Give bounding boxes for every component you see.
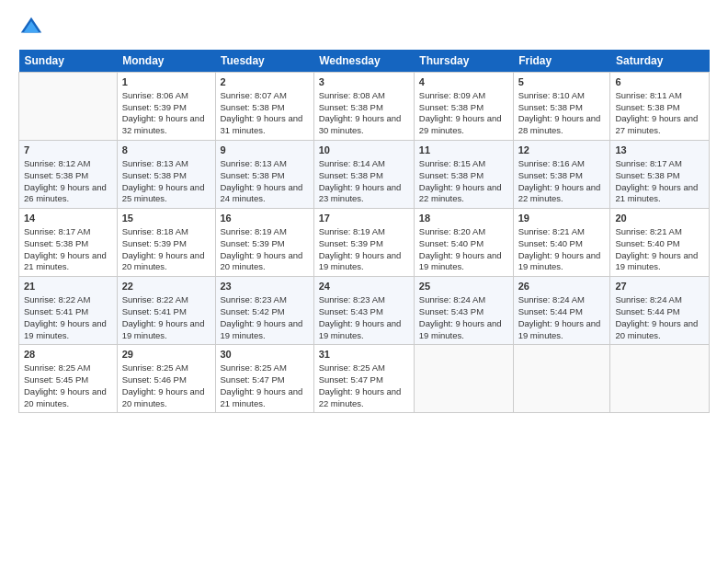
sunset-text: Sunset: 5:38 PM [221, 170, 285, 180]
day-number: 18 [419, 212, 508, 225]
sunset-text: Sunset: 5:39 PM [122, 238, 187, 248]
calendar-cell: 30Sunrise: 8:25 AMSunset: 5:47 PMDayligh… [215, 345, 313, 413]
day-number: 30 [221, 348, 309, 362]
calendar-cell: 28Sunrise: 8:25 AMSunset: 5:45 PMDayligh… [19, 345, 118, 413]
daylight-text: Daylight: 9 hours and 22 minutes. [419, 182, 502, 204]
sunset-text: Sunset: 5:38 PM [518, 102, 583, 112]
logo [18, 15, 48, 40]
sunset-text: Sunset: 5:40 PM [615, 238, 679, 248]
calendar-cell [19, 73, 118, 141]
daylight-text: Daylight: 9 hours and 19 minutes. [518, 318, 601, 340]
daylight-text: Daylight: 9 hours and 19 minutes. [319, 250, 402, 272]
sunrise-text: Sunrise: 8:18 AM [122, 226, 188, 236]
calendar-cell: 11Sunrise: 8:15 AMSunset: 5:38 PMDayligh… [414, 141, 513, 209]
sunset-text: Sunset: 5:38 PM [518, 170, 583, 180]
calendar-cell: 15Sunrise: 8:18 AMSunset: 5:39 PMDayligh… [117, 209, 215, 277]
day-number: 19 [518, 212, 606, 225]
day-number: 20 [615, 212, 704, 225]
day-number: 25 [419, 280, 508, 293]
day-number: 1 [122, 75, 210, 89]
sunrise-text: Sunrise: 8:22 AM [24, 294, 90, 304]
daylight-text: Daylight: 9 hours and 23 minutes. [319, 182, 402, 204]
day-number: 31 [319, 348, 409, 362]
day-number: 29 [122, 348, 210, 362]
sunrise-text: Sunrise: 8:12 AM [24, 158, 90, 168]
daylight-text: Daylight: 9 hours and 27 minutes. [615, 113, 698, 135]
sunrise-text: Sunrise: 8:11 AM [615, 90, 681, 100]
sunrise-text: Sunrise: 8:25 AM [319, 362, 385, 373]
day-number: 3 [319, 75, 409, 89]
day-number: 27 [615, 280, 704, 293]
daylight-text: Daylight: 9 hours and 19 minutes. [518, 250, 601, 272]
sunrise-text: Sunrise: 8:13 AM [122, 158, 188, 168]
sunset-text: Sunset: 5:45 PM [24, 374, 88, 385]
sunrise-text: Sunrise: 8:17 AM [615, 158, 681, 168]
day-number: 17 [319, 212, 409, 225]
calendar-cell [610, 345, 710, 413]
sunrise-text: Sunrise: 8:16 AM [518, 158, 585, 168]
calendar-cell: 13Sunrise: 8:17 AMSunset: 5:38 PMDayligh… [610, 141, 710, 209]
weekday-header-thursday: Thursday [414, 50, 513, 73]
day-number: 15 [122, 212, 210, 225]
daylight-text: Daylight: 9 hours and 22 minutes. [319, 386, 402, 408]
header [18, 15, 710, 40]
sunset-text: Sunset: 5:38 PM [122, 170, 187, 180]
day-number: 8 [122, 144, 210, 157]
daylight-text: Daylight: 9 hours and 19 minutes. [221, 318, 303, 340]
weekday-header-saturday: Saturday [610, 50, 710, 73]
sunrise-text: Sunrise: 8:25 AM [221, 362, 287, 373]
daylight-text: Daylight: 9 hours and 19 minutes. [319, 318, 402, 340]
weekday-header-wednesday: Wednesday [313, 50, 414, 73]
sunrise-text: Sunrise: 8:19 AM [221, 226, 287, 236]
sunset-text: Sunset: 5:47 PM [319, 374, 383, 385]
sunset-text: Sunset: 5:38 PM [24, 238, 88, 248]
sunrise-text: Sunrise: 8:07 AM [221, 90, 287, 100]
day-number: 11 [419, 144, 508, 157]
sunset-text: Sunset: 5:43 PM [419, 306, 483, 316]
sunset-text: Sunset: 5:44 PM [615, 306, 679, 316]
sunset-text: Sunset: 5:38 PM [24, 170, 88, 180]
day-number: 6 [615, 75, 704, 89]
sunrise-text: Sunrise: 8:23 AM [221, 294, 287, 304]
weekday-header-row: SundayMondayTuesdayWednesdayThursdayFrid… [19, 50, 710, 73]
day-number: 28 [24, 348, 112, 362]
daylight-text: Daylight: 9 hours and 21 minutes. [24, 250, 107, 272]
sunset-text: Sunset: 5:38 PM [319, 102, 383, 112]
calendar-cell: 10Sunrise: 8:14 AMSunset: 5:38 PMDayligh… [313, 141, 414, 209]
calendar-cell: 6Sunrise: 8:11 AMSunset: 5:38 PMDaylight… [610, 73, 710, 141]
calendar-cell: 21Sunrise: 8:22 AMSunset: 5:41 PMDayligh… [19, 277, 118, 345]
day-number: 23 [221, 280, 309, 293]
calendar-cell: 25Sunrise: 8:24 AMSunset: 5:43 PMDayligh… [414, 277, 513, 345]
sunset-text: Sunset: 5:38 PM [419, 170, 483, 180]
daylight-text: Daylight: 9 hours and 20 minutes. [221, 250, 303, 272]
daylight-text: Daylight: 9 hours and 19 minutes. [615, 250, 698, 272]
day-number: 10 [319, 144, 409, 157]
day-number: 14 [24, 212, 112, 225]
calendar-cell: 19Sunrise: 8:21 AMSunset: 5:40 PMDayligh… [513, 209, 610, 277]
daylight-text: Daylight: 9 hours and 20 minutes. [122, 250, 205, 272]
sunrise-text: Sunrise: 8:17 AM [24, 226, 90, 236]
sunset-text: Sunset: 5:41 PM [24, 306, 88, 316]
calendar-cell: 3Sunrise: 8:08 AMSunset: 5:38 PMDaylight… [313, 73, 414, 141]
daylight-text: Daylight: 9 hours and 20 minutes. [24, 386, 107, 408]
day-number: 9 [221, 144, 309, 157]
day-number: 4 [419, 75, 508, 89]
sunrise-text: Sunrise: 8:06 AM [122, 90, 188, 100]
weekday-header-monday: Monday [117, 50, 215, 73]
calendar-cell: 16Sunrise: 8:19 AMSunset: 5:39 PMDayligh… [215, 209, 313, 277]
sunset-text: Sunset: 5:42 PM [221, 306, 285, 316]
daylight-text: Daylight: 9 hours and 29 minutes. [419, 113, 502, 135]
daylight-text: Daylight: 9 hours and 21 minutes. [221, 386, 303, 408]
sunrise-text: Sunrise: 8:24 AM [615, 294, 681, 304]
sunset-text: Sunset: 5:38 PM [221, 102, 285, 112]
calendar-table: SundayMondayTuesdayWednesdayThursdayFrid… [18, 50, 710, 413]
sunset-text: Sunset: 5:38 PM [319, 170, 383, 180]
sunset-text: Sunset: 5:38 PM [615, 170, 679, 180]
day-number: 22 [122, 280, 210, 293]
day-number: 12 [518, 144, 606, 157]
calendar-cell: 23Sunrise: 8:23 AMSunset: 5:42 PMDayligh… [215, 277, 313, 345]
daylight-text: Daylight: 9 hours and 20 minutes. [122, 386, 205, 408]
sunset-text: Sunset: 5:39 PM [221, 238, 285, 248]
sunrise-text: Sunrise: 8:19 AM [319, 226, 385, 236]
calendar-cell: 7Sunrise: 8:12 AMSunset: 5:38 PMDaylight… [19, 141, 118, 209]
